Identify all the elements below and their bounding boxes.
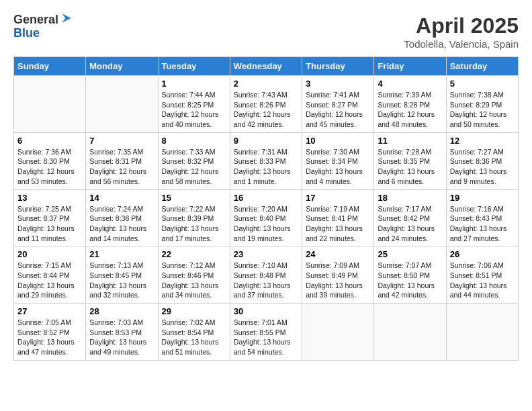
day-number: 28	[89, 306, 154, 316]
calendar-table: SundayMondayTuesdayWednesdayThursdayFrid…	[13, 56, 519, 361]
day-detail: Sunrise: 7:15 AM Sunset: 8:44 PM Dayligh…	[17, 261, 82, 300]
day-number: 25	[378, 249, 442, 259]
day-detail: Sunrise: 7:12 AM Sunset: 8:46 PM Dayligh…	[162, 261, 226, 300]
svg-marker-0	[62, 14, 71, 23]
col-header-monday: Monday	[86, 57, 158, 76]
col-header-saturday: Saturday	[446, 57, 518, 76]
calendar-cell: 26Sunrise: 7:06 AM Sunset: 8:51 PM Dayli…	[446, 246, 518, 304]
day-detail: Sunrise: 7:43 AM Sunset: 8:26 PM Dayligh…	[234, 90, 298, 130]
day-detail: Sunrise: 7:44 AM Sunset: 8:25 PM Dayligh…	[162, 90, 226, 130]
day-detail: Sunrise: 7:33 AM Sunset: 8:32 PM Dayligh…	[162, 147, 226, 187]
day-number: 5	[450, 79, 515, 89]
col-header-wednesday: Wednesday	[230, 57, 302, 76]
day-number: 18	[378, 193, 442, 203]
calendar-cell: 4Sunrise: 7:39 AM Sunset: 8:28 PM Daylig…	[374, 76, 446, 133]
day-number: 26	[450, 249, 515, 259]
day-number: 2	[234, 79, 298, 89]
calendar-cell: 28Sunrise: 7:03 AM Sunset: 8:53 PM Dayli…	[86, 304, 158, 361]
day-detail: Sunrise: 7:36 AM Sunset: 8:30 PM Dayligh…	[17, 147, 82, 187]
day-detail: Sunrise: 7:31 AM Sunset: 8:33 PM Dayligh…	[234, 147, 298, 187]
day-number: 10	[306, 136, 370, 146]
header-row: SundayMondayTuesdayWednesdayThursdayFrid…	[14, 57, 519, 76]
calendar-week-2: 6Sunrise: 7:36 AM Sunset: 8:30 PM Daylig…	[14, 132, 519, 189]
day-number: 12	[450, 136, 515, 146]
calendar-cell: 20Sunrise: 7:15 AM Sunset: 8:44 PM Dayli…	[14, 246, 86, 304]
calendar-cell: 10Sunrise: 7:30 AM Sunset: 8:34 PM Dayli…	[302, 132, 374, 189]
day-number: 7	[89, 136, 154, 146]
calendar-cell: 19Sunrise: 7:16 AM Sunset: 8:43 PM Dayli…	[446, 189, 518, 246]
calendar-cell: 27Sunrise: 7:05 AM Sunset: 8:52 PM Dayli…	[14, 304, 86, 361]
calendar-cell: 1Sunrise: 7:44 AM Sunset: 8:25 PM Daylig…	[158, 76, 230, 133]
day-number: 29	[162, 306, 226, 316]
day-number: 9	[234, 136, 298, 146]
day-detail: Sunrise: 7:16 AM Sunset: 8:43 PM Dayligh…	[450, 204, 515, 244]
day-detail: Sunrise: 7:06 AM Sunset: 8:51 PM Dayligh…	[450, 261, 515, 300]
calendar-cell	[14, 76, 86, 133]
calendar-cell: 3Sunrise: 7:41 AM Sunset: 8:27 PM Daylig…	[302, 76, 374, 133]
day-number: 19	[450, 193, 515, 203]
col-header-sunday: Sunday	[14, 57, 86, 76]
calendar-cell: 23Sunrise: 7:10 AM Sunset: 8:48 PM Dayli…	[230, 246, 302, 304]
day-detail: Sunrise: 7:41 AM Sunset: 8:27 PM Dayligh…	[306, 90, 370, 130]
calendar-cell: 5Sunrise: 7:38 AM Sunset: 8:29 PM Daylig…	[446, 76, 518, 133]
day-number: 3	[306, 79, 370, 89]
day-number: 8	[162, 136, 226, 146]
calendar-cell: 6Sunrise: 7:36 AM Sunset: 8:30 PM Daylig…	[14, 132, 86, 189]
day-detail: Sunrise: 7:25 AM Sunset: 8:37 PM Dayligh…	[17, 204, 82, 244]
day-detail: Sunrise: 7:28 AM Sunset: 8:35 PM Dayligh…	[378, 147, 442, 187]
day-detail: Sunrise: 7:13 AM Sunset: 8:45 PM Dayligh…	[89, 261, 154, 300]
day-number: 11	[378, 136, 442, 146]
day-detail: Sunrise: 7:03 AM Sunset: 8:53 PM Dayligh…	[89, 318, 154, 357]
calendar-cell: 18Sunrise: 7:17 AM Sunset: 8:42 PM Dayli…	[374, 189, 446, 246]
calendar-cell: 2Sunrise: 7:43 AM Sunset: 8:26 PM Daylig…	[230, 76, 302, 133]
day-detail: Sunrise: 7:10 AM Sunset: 8:48 PM Dayligh…	[234, 261, 298, 300]
day-detail: Sunrise: 7:20 AM Sunset: 8:40 PM Dayligh…	[234, 204, 298, 244]
calendar-cell: 14Sunrise: 7:24 AM Sunset: 8:38 PM Dayli…	[86, 189, 158, 246]
day-detail: Sunrise: 7:22 AM Sunset: 8:39 PM Dayligh…	[162, 204, 226, 244]
day-number: 27	[17, 306, 82, 316]
day-detail: Sunrise: 7:30 AM Sunset: 8:34 PM Dayligh…	[306, 147, 370, 187]
day-number: 24	[306, 249, 370, 259]
logo-general-text: General	[13, 13, 58, 27]
calendar-week-3: 13Sunrise: 7:25 AM Sunset: 8:37 PM Dayli…	[14, 189, 519, 246]
col-header-friday: Friday	[374, 57, 446, 76]
page-header: General Blue April 2025 Todolella, Valen…	[13, 13, 519, 50]
calendar-subtitle: Todolella, Valencia, Spain	[404, 38, 519, 50]
day-number: 30	[234, 306, 298, 316]
day-number: 14	[89, 193, 154, 203]
calendar-cell: 11Sunrise: 7:28 AM Sunset: 8:35 PM Dayli…	[374, 132, 446, 189]
logo: General Blue	[13, 13, 73, 40]
col-header-thursday: Thursday	[302, 57, 374, 76]
day-detail: Sunrise: 7:05 AM Sunset: 8:52 PM Dayligh…	[17, 318, 82, 357]
day-detail: Sunrise: 7:39 AM Sunset: 8:28 PM Dayligh…	[378, 90, 442, 130]
day-detail: Sunrise: 7:09 AM Sunset: 8:49 PM Dayligh…	[306, 261, 370, 300]
logo-arrow-icon	[60, 11, 73, 25]
day-detail: Sunrise: 7:35 AM Sunset: 8:31 PM Dayligh…	[89, 147, 154, 187]
calendar-cell: 16Sunrise: 7:20 AM Sunset: 8:40 PM Dayli…	[230, 189, 302, 246]
day-number: 23	[234, 249, 298, 259]
day-number: 4	[378, 79, 442, 89]
calendar-cell	[446, 304, 518, 361]
calendar-cell: 17Sunrise: 7:19 AM Sunset: 8:41 PM Dayli…	[302, 189, 374, 246]
day-number: 15	[162, 193, 226, 203]
title-block: April 2025 Todolella, Valencia, Spain	[404, 13, 519, 50]
day-detail: Sunrise: 7:38 AM Sunset: 8:29 PM Dayligh…	[450, 90, 515, 130]
calendar-cell: 24Sunrise: 7:09 AM Sunset: 8:49 PM Dayli…	[302, 246, 374, 304]
day-number: 20	[17, 249, 82, 259]
day-number: 22	[162, 249, 226, 259]
calendar-cell	[374, 304, 446, 361]
day-detail: Sunrise: 7:17 AM Sunset: 8:42 PM Dayligh…	[378, 204, 442, 244]
calendar-cell: 9Sunrise: 7:31 AM Sunset: 8:33 PM Daylig…	[230, 132, 302, 189]
calendar-cell: 29Sunrise: 7:02 AM Sunset: 8:54 PM Dayli…	[158, 304, 230, 361]
calendar-cell: 22Sunrise: 7:12 AM Sunset: 8:46 PM Dayli…	[158, 246, 230, 304]
calendar-cell	[302, 304, 374, 361]
calendar-cell	[86, 76, 158, 133]
day-number: 17	[306, 193, 370, 203]
day-detail: Sunrise: 7:07 AM Sunset: 8:50 PM Dayligh…	[378, 261, 442, 300]
day-detail: Sunrise: 7:24 AM Sunset: 8:38 PM Dayligh…	[89, 204, 154, 244]
calendar-cell: 25Sunrise: 7:07 AM Sunset: 8:50 PM Dayli…	[374, 246, 446, 304]
calendar-cell: 8Sunrise: 7:33 AM Sunset: 8:32 PM Daylig…	[158, 132, 230, 189]
calendar-cell: 7Sunrise: 7:35 AM Sunset: 8:31 PM Daylig…	[86, 132, 158, 189]
day-number: 16	[234, 193, 298, 203]
logo-blue-text: Blue	[13, 27, 73, 40]
